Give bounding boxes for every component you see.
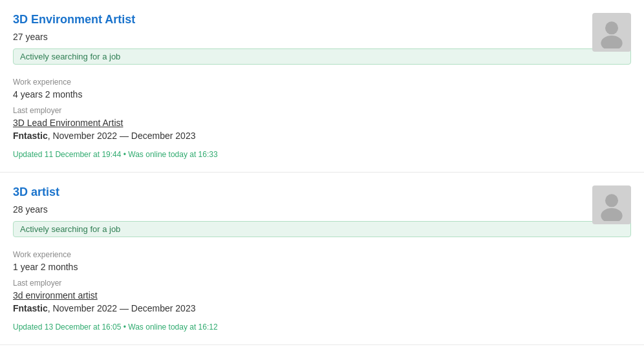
svg-point-0 [605,21,618,34]
svg-point-3 [601,208,622,221]
work-experience-label: Work experience [13,78,631,87]
svg-point-1 [601,36,622,48]
last-employer-label: Last employer [13,106,631,115]
candidate-age: 27 years [13,32,631,42]
job-search-badge: Actively searching for a job [13,48,631,65]
svg-point-2 [605,194,618,207]
candidate-title[interactable]: 3D Environment Artist [13,13,631,26]
employer-dates: Fntastic, November 2022 — December 2023 [13,131,631,141]
avatar [592,185,631,224]
updated-info: Updated 13 December at 16:05 • Was onlin… [13,323,631,332]
employer-dates: Fntastic, November 2022 — December 2023 [13,303,631,313]
work-experience-value: 1 year 2 months [13,262,631,272]
last-employer-name: 3d environment artist [13,290,631,301]
updated-info: Updated 11 December at 19:44 • Was onlin… [13,150,631,159]
candidate-title[interactable]: 3D artist [13,185,631,199]
work-experience-label: Work experience [13,250,631,259]
candidate-card-1: 3D Environment Artist 27 years Actively … [0,0,644,173]
candidate-card-2: 3D artist 28 years Actively searching fo… [0,173,644,345]
last-employer-label: Last employer [13,279,631,288]
avatar [592,13,631,52]
work-experience-value: 4 years 2 months [13,89,631,100]
last-employer-name: 3D Lead Environment Artist [13,118,631,128]
candidate-age: 28 years [13,204,631,215]
job-search-badge: Actively searching for a job [13,221,631,237]
